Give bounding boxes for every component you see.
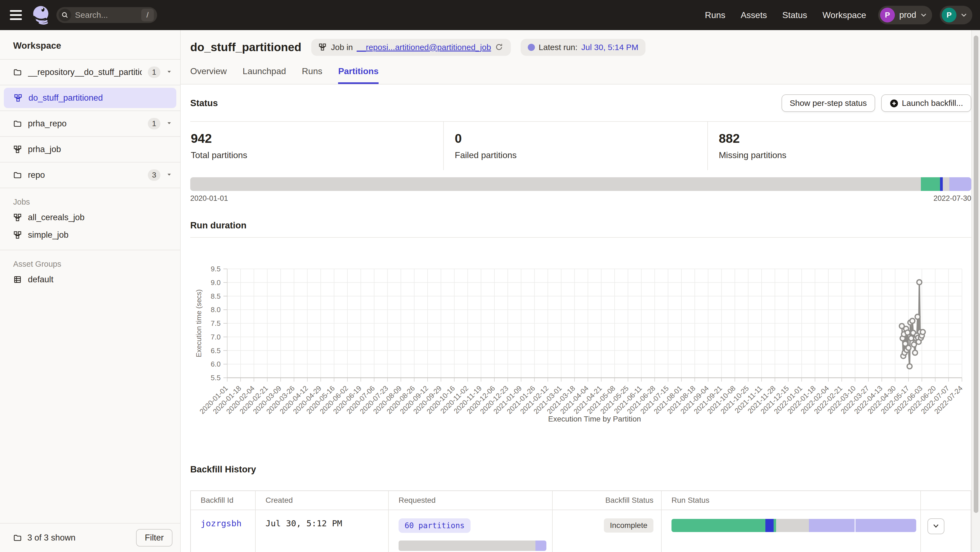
- sidebar-item-all-cereals-job[interactable]: all_cereals_job: [0, 209, 180, 226]
- data-point-marker[interactable]: [907, 364, 912, 369]
- cell-created: Jul 30, 5:12 PM: [255, 510, 388, 552]
- tab-launchpad[interactable]: Launchpad: [243, 66, 286, 84]
- bar-segment-gray: [399, 541, 535, 551]
- sidebar-item-simple-job[interactable]: simple_job: [0, 226, 180, 244]
- grid-icon: [13, 275, 22, 284]
- sidebar-footer: 3 of 3 shown Filter: [0, 523, 180, 552]
- nav-link-runs[interactable]: Runs: [705, 10, 725, 20]
- job-icon: [13, 213, 22, 222]
- filter-button[interactable]: Filter: [136, 529, 172, 547]
- sidebar-item-label: repo: [28, 170, 45, 180]
- data-point-marker[interactable]: [913, 350, 918, 355]
- data-point-marker[interactable]: [910, 319, 915, 323]
- partition-status-bar[interactable]: [190, 177, 971, 191]
- status-heading: Status: [190, 98, 218, 108]
- sidebar-title: Workspace: [0, 30, 180, 60]
- latest-run-pill: Latest run: Jul 30, 5:14 PM: [521, 39, 646, 56]
- item-count-badge: 1: [148, 118, 161, 129]
- launch-backfill-button[interactable]: Launch backfill...: [881, 94, 971, 112]
- sidebar-item-label: __repository__do_stuff_partitio...: [28, 67, 142, 77]
- table-row: jozrgsbhJul 30, 5:12 PM60 partitions2020…: [191, 510, 971, 552]
- bar-segment-lavender: [949, 177, 971, 191]
- requested-partitions-pill[interactable]: 60 partitions: [399, 518, 471, 533]
- tab-runs[interactable]: Runs: [302, 66, 323, 84]
- run-duration-chart: 9.59.08.58.07.57.06.56.05.5Execution tim…: [190, 238, 971, 429]
- run-status-bar[interactable]: [671, 519, 916, 532]
- data-point-marker[interactable]: [915, 314, 920, 319]
- tab-partitions[interactable]: Partitions: [338, 66, 379, 84]
- backfill-id-link[interactable]: jozrgsbh: [200, 518, 242, 528]
- data-point-marker[interactable]: [912, 342, 916, 347]
- deployment-name: prod: [899, 10, 916, 20]
- repo-count-text: 3 of 3 shown: [27, 533, 76, 543]
- sidebar-sections: Jobsall_cereals_jobsimple_jobAsset Group…: [0, 188, 180, 288]
- nav-link-workspace[interactable]: Workspace: [822, 10, 866, 20]
- column-header-backfill-status: Backfill Status: [552, 491, 661, 509]
- sidebar-item-repo[interactable]: repo3: [0, 162, 180, 188]
- sidebar-item-label: prha_repo: [28, 119, 67, 128]
- menu-icon[interactable]: [10, 9, 25, 21]
- user-menu[interactable]: P: [940, 6, 972, 24]
- run-duration-heading: Run duration: [190, 220, 971, 231]
- sidebar-item-selected[interactable]: do_stuff_partitioned: [4, 88, 176, 108]
- data-point-marker[interactable]: [909, 336, 914, 341]
- column-header-run-status: Run Status: [661, 491, 920, 509]
- bar-segment-green: [773, 519, 776, 532]
- sidebar-item-repository-do-stuff-partitio[interactable]: __repository__do_stuff_partitio...1: [0, 60, 180, 85]
- bar-segment-gray: [776, 519, 809, 532]
- expand-row-button[interactable]: [928, 518, 944, 534]
- vertical-scrollbar[interactable]: [971, 30, 980, 552]
- tab-overview[interactable]: Overview: [190, 66, 227, 84]
- caret-down-icon[interactable]: [166, 70, 172, 75]
- cell-actions: [920, 510, 963, 552]
- data-point-marker[interactable]: [905, 330, 910, 335]
- top-navigation: Search... / RunsAssetsStatusWorkspace P …: [0, 0, 980, 30]
- sidebar-item-prha-repo[interactable]: prha_repo1: [0, 111, 180, 137]
- data-point-marker[interactable]: [917, 280, 922, 285]
- reload-icon[interactable]: [495, 43, 504, 52]
- svg-text:8.5: 8.5: [211, 292, 221, 300]
- deployment-avatar: P: [880, 8, 895, 22]
- sidebar-item-prha-job[interactable]: prha_job: [0, 137, 180, 162]
- data-point-marker[interactable]: [906, 346, 911, 351]
- bar-segment-lavender: [854, 519, 916, 532]
- stat-total-partitions: 942Total partitions: [190, 122, 443, 170]
- svg-text:Execution time (secs): Execution time (secs): [195, 289, 203, 357]
- svg-text:6.5: 6.5: [211, 347, 221, 355]
- launch-backfill-label: Launch backfill...: [902, 98, 963, 108]
- created-timestamp: Jul 30, 5:12 PM: [266, 518, 342, 528]
- job-icon: [13, 145, 22, 154]
- section-label-jobs: Jobs: [0, 188, 180, 209]
- partition-stats: 942Total partitions0Failed partitions882…: [190, 121, 971, 170]
- sidebar-item-default[interactable]: default: [0, 271, 180, 288]
- svg-text:8.0: 8.0: [211, 306, 221, 314]
- deployment-switcher[interactable]: P prod: [878, 6, 932, 24]
- bar-segment-gray: [190, 177, 921, 191]
- caret-down-icon[interactable]: [166, 121, 172, 126]
- folder-icon: [13, 119, 22, 128]
- chevron-down-icon: [921, 13, 927, 17]
- job-origin-prefix: Job in: [331, 43, 353, 52]
- show-per-step-status-button[interactable]: Show per-step status: [781, 94, 875, 112]
- bar-segment-green: [921, 177, 940, 191]
- search-shortcut-key: /: [141, 9, 154, 21]
- main-panel: do_stuff_partitioned Job in __reposi...a…: [181, 30, 980, 552]
- latest-run-link[interactable]: Jul 30, 5:14 PM: [581, 43, 638, 52]
- bar-segment-gray: [943, 177, 949, 191]
- search-input[interactable]: Search... /: [56, 7, 157, 23]
- nav-link-status[interactable]: Status: [782, 10, 807, 20]
- nav-link-assets[interactable]: Assets: [741, 10, 767, 20]
- dagster-logo-icon[interactable]: [31, 5, 51, 25]
- caret-down-icon[interactable]: [166, 173, 172, 178]
- data-point-marker[interactable]: [920, 330, 925, 335]
- stat-value: 882: [719, 131, 971, 146]
- folder-icon: [13, 68, 22, 76]
- cell-run-status: [661, 510, 920, 552]
- page-title: do_stuff_partitioned: [190, 41, 301, 54]
- job-origin-link[interactable]: __reposi...artitioned@partitioned_job: [357, 43, 491, 52]
- backfill-history-table: Backfill IdCreatedRequestedBackfill Stat…: [190, 490, 971, 552]
- scrollbar-thumb[interactable]: [974, 36, 978, 513]
- sidebar-item-do-stuff-partitioned[interactable]: do_stuff_partitioned: [0, 85, 180, 111]
- svg-text:Execution Time by Partition: Execution Time by Partition: [548, 415, 641, 423]
- item-count-badge: 3: [148, 169, 161, 181]
